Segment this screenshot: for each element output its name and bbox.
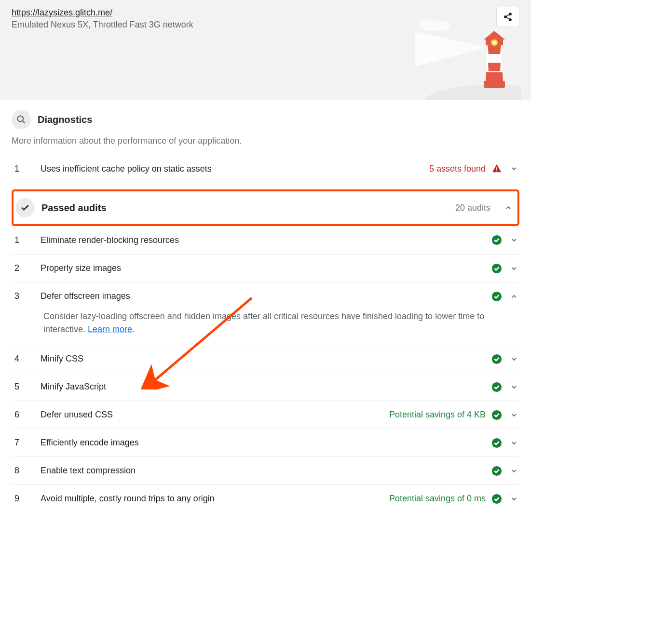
chevron-down-icon: [509, 382, 519, 392]
passed-audits-count: 20 audits: [455, 203, 490, 213]
svg-point-25: [492, 354, 502, 363]
audit-note: Potential savings of 4 KB: [389, 410, 486, 420]
chevron-down-icon: [509, 354, 519, 364]
svg-point-22: [492, 235, 502, 245]
chevron-down-icon: [509, 410, 519, 420]
check-circle-icon: [491, 235, 502, 245]
svg-marker-17: [484, 31, 505, 40]
svg-point-23: [492, 263, 502, 273]
check-circle-icon: [491, 494, 502, 504]
passed-audits-title: Passed audits: [41, 202, 449, 214]
svg-rect-21: [496, 171, 497, 172]
svg-rect-14: [486, 40, 503, 45]
svg-point-29: [492, 466, 502, 475]
diagnostic-audit-row[interactable]: 1 Uses inefficient cache policy on stati…: [12, 155, 519, 183]
svg-marker-10: [486, 44, 503, 81]
diagnostics-description: More information about the performance o…: [12, 133, 519, 155]
audit-title: Minify JavaScript: [41, 382, 491, 392]
svg-point-15: [491, 39, 498, 46]
svg-line-4: [506, 17, 510, 19]
passed-audit-row[interactable]: 5 Minify JavaScript: [12, 373, 519, 401]
audit-title: Uses inefficient cache policy on static …: [41, 164, 429, 174]
chevron-down-icon: [509, 438, 519, 448]
svg-marker-7: [415, 32, 488, 67]
audit-detail: Consider lazy-loading offscreen and hidd…: [12, 310, 519, 345]
check-circle-icon: [491, 263, 502, 274]
chevron-down-icon: [509, 494, 519, 504]
chevron-down-icon: [509, 235, 519, 245]
chevron-up-icon: [509, 291, 519, 302]
chevron-down-icon: [509, 163, 519, 174]
passed-audit-row[interactable]: 6 Defer unused CSS Potential savings of …: [12, 401, 519, 429]
passed-audit-row[interactable]: 7 Efficiently encode images: [12, 429, 519, 456]
passed-audit-row[interactable]: 3 Defer offscreen images: [12, 282, 519, 310]
passed-audit-row[interactable]: 8 Enable text compression: [12, 456, 519, 484]
audit-number: 1: [12, 235, 41, 245]
chevron-down-icon: [509, 263, 519, 274]
svg-point-28: [492, 438, 502, 447]
svg-line-19: [23, 121, 25, 123]
svg-rect-20: [496, 167, 497, 170]
audit-number: 1: [12, 164, 41, 174]
svg-point-24: [492, 291, 502, 301]
chevron-up-icon: [503, 202, 514, 213]
svg-rect-9: [484, 81, 505, 88]
svg-point-27: [492, 410, 502, 419]
chevron-down-icon: [509, 466, 519, 476]
passed-audit-row[interactable]: 4 Minify CSS: [12, 345, 519, 373]
audit-note: 5 assets found: [429, 164, 486, 174]
svg-marker-13: [486, 72, 503, 81]
share-button[interactable]: [496, 7, 519, 27]
diagnostics-title: Diagnostics: [38, 114, 92, 125]
svg-point-26: [492, 382, 502, 391]
svg-point-30: [492, 494, 502, 503]
svg-point-18: [18, 116, 24, 122]
passed-audit-row[interactable]: 2 Properly size images: [12, 254, 519, 282]
audit-number: 8: [12, 466, 41, 476]
svg-marker-11: [488, 44, 501, 54]
check-circle-icon: [491, 291, 502, 302]
learn-more-link[interactable]: Learn more: [88, 324, 132, 334]
audit-number: 7: [12, 438, 41, 448]
audit-number: 4: [12, 354, 41, 364]
check-circle-icon: [491, 438, 502, 448]
report-header: https://lazysizes.glitch.me/ Emulated Ne…: [0, 0, 531, 100]
lighthouse-illustration: [415, 18, 521, 100]
svg-line-3: [506, 14, 510, 16]
svg-marker-12: [488, 63, 501, 71]
audit-title: Properly size images: [41, 263, 491, 273]
audit-title: Defer unused CSS: [41, 410, 389, 420]
audit-title: Minify CSS: [41, 354, 491, 364]
audit-title: Avoid multiple, costly round trips to an…: [41, 494, 389, 504]
report-url-link[interactable]: https://lazysizes.glitch.me/: [12, 8, 112, 18]
audit-note: Potential savings of 0 ms: [389, 494, 486, 504]
audit-number: 5: [12, 382, 41, 392]
audit-number: 9: [12, 494, 41, 504]
audit-number: 3: [12, 291, 41, 301]
svg-point-8: [425, 85, 521, 100]
check-circle-icon: [491, 466, 502, 476]
passed-audits-header[interactable]: Passed audits 20 audits: [12, 189, 519, 226]
passed-audit-row[interactable]: 1 Eliminate render-blocking resources: [12, 226, 519, 254]
check-circle-icon: [491, 382, 502, 392]
audit-number: 6: [12, 410, 41, 420]
audit-number: 2: [12, 263, 41, 273]
check-icon: [15, 198, 35, 217]
audit-title: Efficiently encode images: [41, 438, 491, 448]
check-circle-icon: [491, 354, 502, 364]
audit-title: Enable text compression: [41, 466, 491, 476]
audit-title: Defer offscreen images: [41, 291, 491, 301]
diagnostics-header: Diagnostics: [12, 100, 519, 133]
warning-icon: [491, 163, 502, 174]
share-icon: [503, 12, 513, 22]
check-circle-icon: [491, 410, 502, 420]
passed-audit-row[interactable]: 9 Avoid multiple, costly round trips to …: [12, 484, 519, 512]
search-icon: [12, 110, 31, 129]
svg-point-16: [493, 41, 496, 44]
audit-title: Eliminate render-blocking resources: [41, 235, 491, 245]
report-device-line: Emulated Nexus 5X, Throttled Fast 3G net…: [12, 20, 519, 30]
